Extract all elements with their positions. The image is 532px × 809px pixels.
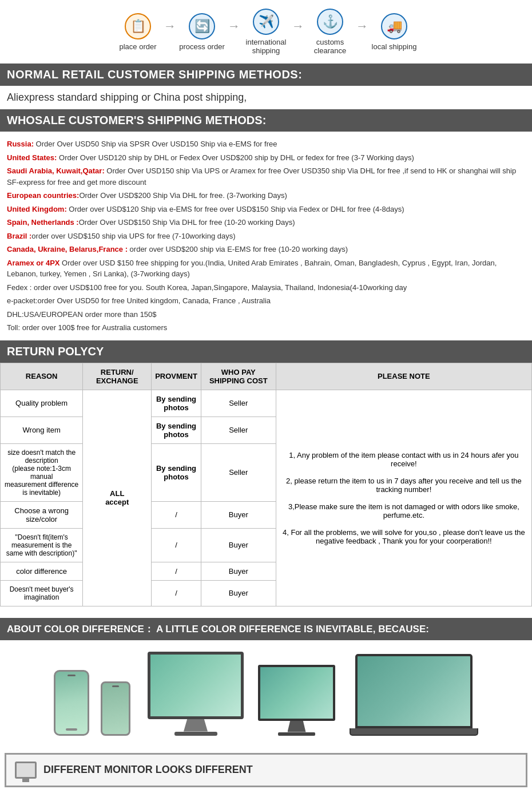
flow-step-customs-clearance: ⚓ customsclearance (307, 9, 353, 55)
reason-cell: color difference (1, 562, 83, 580)
col-reason: REASON (1, 363, 83, 390)
international-shipping-icon: ✈️ (253, 9, 279, 35)
wholesale-item: e-packet:order Over USD50 for free Unite… (7, 295, 525, 307)
wholesale-header: WHOSALE CUSTOMER'S SHIPPING METHODS: (0, 109, 532, 132)
reason-cell: size doesn't match the description(pleas… (1, 443, 83, 501)
customs-clearance-icon: ⚓ (317, 9, 343, 35)
wholesale-item: Saudi Arabia, Kuwait,Qatar: Order Over U… (7, 165, 525, 188)
flow-step-process-order: 🔄 process order (179, 13, 225, 51)
flow-step-label: local shipping (372, 42, 417, 51)
color-difference-header: ABOUT COLOR DIFFERENCE： A LITTLE COLOR D… (0, 618, 532, 640)
reason-cell: Wrong item (1, 417, 83, 443)
country-label: Brazil : (7, 232, 31, 240)
all-accept-cell: ALLaccept (83, 390, 152, 606)
table-row: Quality problem ALLaccept By sendingphot… (1, 390, 532, 417)
provment-cell: / (152, 501, 201, 528)
wholesale-item: Spain, Netherlands :Order Over USD$150 S… (7, 217, 525, 228)
who-pay-cell: Buyer (201, 501, 276, 528)
who-pay-cell: Seller (201, 417, 276, 443)
flow-step-place-order: 📋 place order (115, 13, 161, 51)
country-label: Saudi Arabia, Kuwait,Qatar: (7, 166, 105, 175)
who-pay-cell: Buyer (201, 528, 276, 562)
flow-arrow-4: → (356, 19, 368, 45)
provment-cell: By sendingphotos (152, 417, 201, 443)
flow-arrow-3: → (292, 19, 304, 45)
monitor-item-laptop (350, 654, 478, 736)
return-policy-header: RETURN POLYCY (0, 340, 532, 363)
flow-step-local-shipping: 🚚 local shipping (371, 13, 417, 51)
flow-arrow-2: → (228, 19, 240, 45)
reason-cell: "Doesn't fit(item'smeasurement is thesam… (1, 528, 83, 562)
normal-retail-header: NORMAL RETAIL CUSTOMER SHIPPING METHODS: (0, 64, 532, 86)
col-provment: PROVMENT (152, 363, 201, 390)
country-label: European countries: (7, 191, 79, 200)
wholesale-item: DHL:USA/EUROPEAN order more than 150$ (7, 309, 525, 320)
provment-cell: / (152, 528, 201, 562)
monitor-section (0, 640, 532, 747)
wholesale-item: United Kingdom: Order over USD$120 Ship … (7, 204, 525, 215)
provment-cell: By sendingphotos (152, 443, 201, 501)
flow-step-label: process order (179, 42, 224, 51)
who-pay-cell: Seller (201, 390, 276, 417)
country-label: Canada, Ukraine, Belarus,France : (7, 245, 128, 253)
flow-arrow-1: → (164, 19, 176, 45)
country-label: United Kingdom: (7, 205, 67, 213)
provment-cell: By sendingphotos (152, 390, 201, 417)
wholesale-item: Brazil :order over USD$150 ship via UPS … (7, 231, 525, 242)
col-who-pay: WHO PAY SHIPPING COST (201, 363, 276, 390)
different-monitor-label: DIFFERENT MONITOR LOOKS DIFFERENT (43, 764, 253, 776)
flow-step-international-shipping: ✈️ internationalshipping (243, 9, 289, 55)
monitor-item-phone2 (101, 681, 130, 736)
wholesale-content: Russia: Order Over USD50 Ship via SPSR O… (0, 132, 532, 340)
reason-cell: Doesn't meet buyer'simagination (1, 580, 83, 606)
return-table: REASON RETURN/ EXCHANGE PROVMENT WHO PAY… (0, 363, 532, 606)
wholesale-item: Aramex or 4PX Order over USD $150 free s… (7, 257, 525, 280)
who-pay-cell: Seller (201, 443, 276, 501)
reason-cell: Choose a wrong size/color (1, 501, 83, 528)
flow-step-label: internationalshipping (246, 38, 287, 55)
provment-cell: / (152, 562, 201, 580)
shipping-flow: 📋 place order → 🔄 process order → ✈️ int… (0, 0, 532, 64)
country-label: Aramex or 4PX (7, 259, 60, 267)
place-order-icon: 📋 (125, 13, 151, 39)
wholesale-item: United States: Order Over USD120 ship by… (7, 152, 525, 164)
please-note-cell: 1, Any problem of the item please contac… (276, 390, 531, 606)
wholesale-item: Canada, Ukraine, Belarus,France : order … (7, 244, 525, 255)
monitor-item-desktop (148, 652, 244, 736)
wholesale-item: European countries:Order Over USD$200 Sh… (7, 190, 525, 201)
country-label: Russia: (7, 140, 34, 148)
flow-step-label: place order (119, 42, 156, 51)
flow-step-label: customsclearance (314, 38, 346, 55)
process-order-icon: 🔄 (189, 13, 215, 39)
wholesale-item: Toll: order over 100$ free for Australia… (7, 322, 525, 334)
monitor-icon (15, 762, 37, 779)
who-pay-cell: Buyer (201, 562, 276, 580)
provment-cell: / (152, 580, 201, 606)
different-monitor-section: DIFFERENT MONITOR LOOKS DIFFERENT (5, 753, 527, 787)
country-label: Spain, Netherlands : (7, 218, 79, 227)
wholesale-item: Fedex : order over USD$100 free for you.… (7, 282, 525, 294)
wholesale-item: Russia: Order Over USD50 Ship via SPSR O… (7, 138, 525, 150)
country-label: United States: (7, 153, 57, 162)
monitor-item-phone1 (54, 670, 89, 736)
reason-cell: Quality problem (1, 390, 83, 417)
col-return-exchange: RETURN/ EXCHANGE (83, 363, 152, 390)
normal-retail-text: Aliexpress standard shipping or China po… (0, 86, 532, 109)
local-shipping-icon: 🚚 (381, 13, 407, 39)
monitor-item-medium (258, 665, 335, 736)
col-please-note: PLEASE NOTE (276, 363, 531, 390)
who-pay-cell: Buyer (201, 580, 276, 606)
